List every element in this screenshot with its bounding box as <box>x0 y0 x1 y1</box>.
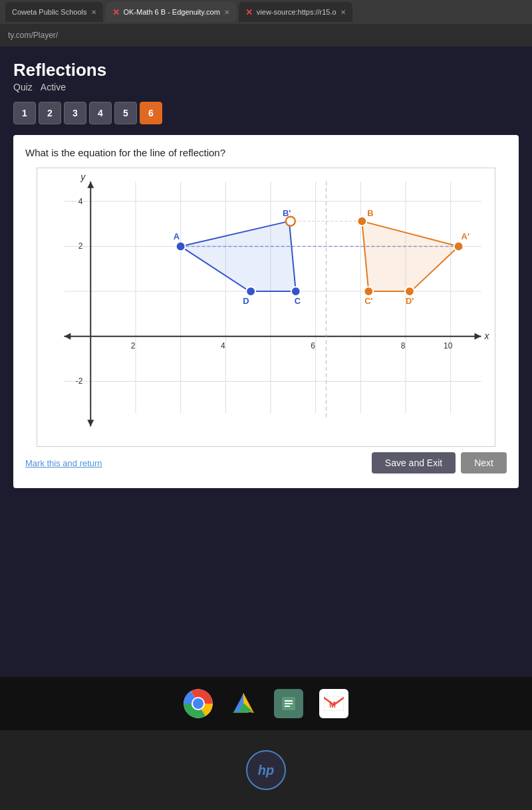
svg-text:6: 6 <box>311 341 315 350</box>
point-D <box>246 287 255 296</box>
graph-svg: x y 2 4 6 8 10 4 2 -2 <box>37 168 495 446</box>
q-num-5[interactable]: 5 <box>114 102 137 124</box>
svg-text:A: A <box>174 231 180 241</box>
tab-3-close[interactable]: ✕ <box>340 9 346 16</box>
main-content: Reflections Quiz Active 1 2 3 4 5 6 What… <box>0 47 532 810</box>
question-numbers: 1 2 3 4 5 6 <box>13 102 519 124</box>
svg-point-46 <box>193 698 203 709</box>
tab-2-close[interactable]: ✕ <box>224 9 229 16</box>
q-num-6[interactable]: 6 <box>140 102 162 124</box>
tab-2[interactable]: ✕ OK-Math 6 B - Edgenuity.com ✕ <box>106 2 236 22</box>
svg-text:B': B' <box>283 208 291 218</box>
taskbar: M <box>0 677 532 730</box>
svg-text:-2: -2 <box>76 376 83 386</box>
svg-text:C: C <box>295 296 301 306</box>
hp-logo: hp <box>246 750 286 790</box>
question-card: What is the equation for the line of ref… <box>13 135 519 488</box>
app-area: Reflections Quiz Active 1 2 3 4 5 6 What… <box>0 47 532 677</box>
save-exit-button[interactable]: Save and Exit <box>372 452 456 473</box>
point-Aprime <box>454 241 464 251</box>
svg-text:10: 10 <box>444 341 453 350</box>
q-num-4[interactable]: 4 <box>89 102 112 124</box>
svg-text:x: x <box>483 331 489 341</box>
svg-text:C': C' <box>364 296 372 306</box>
next-button[interactable]: Next <box>461 452 507 473</box>
point-Dprime <box>405 287 414 296</box>
tab-1-close[interactable]: ✕ <box>91 9 96 16</box>
point-Cprime <box>364 287 373 296</box>
footer-row: Mark this and return Save and Exit Next <box>25 447 507 476</box>
svg-text:8: 8 <box>401 341 406 350</box>
q-num-1[interactable]: 1 <box>13 102 36 124</box>
svg-text:4: 4 <box>78 197 83 206</box>
files-icon[interactable] <box>274 689 303 718</box>
tab-2-icon: ✕ <box>112 7 120 17</box>
svg-text:y: y <box>80 172 86 182</box>
question-text: What is the equation for the line of ref… <box>25 147 507 158</box>
svg-text:A': A' <box>462 231 469 241</box>
mark-return-link[interactable]: Mark this and return <box>25 458 102 468</box>
graph-container: x y 2 4 6 8 10 4 2 -2 <box>37 168 495 447</box>
svg-text:2: 2 <box>131 341 136 350</box>
q-num-2[interactable]: 2 <box>39 102 61 124</box>
address-text: ty.com/Player/ <box>8 31 58 40</box>
point-C <box>291 287 301 296</box>
svg-text:2: 2 <box>78 241 83 251</box>
tab-bar: Coweta Public Schools ✕ ✕ OK-Math 6 B - … <box>0 0 532 24</box>
chrome-icon[interactable] <box>184 689 213 718</box>
gmail-icon[interactable]: M <box>319 689 348 718</box>
hp-text: hp <box>258 763 274 778</box>
svg-rect-0 <box>38 168 495 446</box>
active-badge: Active <box>41 82 66 92</box>
q-num-3[interactable]: 3 <box>64 102 86 124</box>
quiz-status-row: Quiz Active <box>13 82 519 92</box>
page-title: Reflections <box>13 60 519 80</box>
footer-buttons: Save and Exit Next <box>372 452 507 473</box>
svg-text:D': D' <box>406 296 414 306</box>
svg-text:M: M <box>329 700 336 710</box>
point-A <box>176 241 186 251</box>
svg-text:B: B <box>367 208 373 218</box>
quiz-label: Quiz <box>13 82 33 92</box>
svg-text:4: 4 <box>221 341 225 350</box>
browser-chrome: Coweta Public Schools ✕ ✕ OK-Math 6 B - … <box>0 0 532 47</box>
tab-3[interactable]: ✕ view-source:https://r15.o ✕ <box>239 2 352 22</box>
point-B <box>357 217 366 226</box>
point-Bprime <box>286 217 295 226</box>
tab-3-label: view-source:https://r15.o <box>257 8 336 16</box>
svg-text:D: D <box>243 296 249 306</box>
tab-1[interactable]: Coweta Public Schools ✕ <box>5 2 103 22</box>
address-bar: ty.com/Player/ <box>0 24 532 47</box>
tab-3-icon: ✕ <box>245 7 253 17</box>
drive-icon[interactable] <box>229 689 258 718</box>
tab-1-label: Coweta Public Schools <box>12 8 87 16</box>
hp-area: hp <box>0 730 532 810</box>
tab-2-label: OK-Math 6 B - Edgenuity.com <box>124 8 220 16</box>
